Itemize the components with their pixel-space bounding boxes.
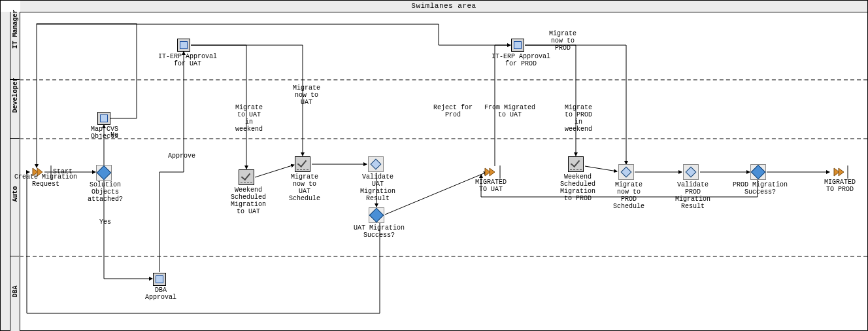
mig-uat-weekend-label: Migrate to UAT in weekend: [231, 104, 267, 133]
gateway-uat-success: [369, 207, 384, 223]
lane-auto: Auto: [10, 138, 20, 256]
lane-stub: [1, 12, 10, 330]
solution-objects-label: Solution Objects attached?: [86, 181, 125, 203]
iterp-uat-label: IT-ERP Approval for UAT: [155, 53, 220, 67]
lane-divider: [20, 256, 867, 257]
prod-success-label: PROD Migration Success?: [727, 181, 793, 196]
weekend-prod-label: Weekend Scheduled Migration to PROD: [555, 173, 601, 202]
gateway-solution-objects: [96, 165, 112, 181]
lane-label: DBA: [12, 288, 19, 298]
uat-success-label: UAT Migration Success?: [350, 224, 409, 239]
lane-it-manager: IT Manager: [10, 12, 20, 79]
validate-prod-label: Validate PROD Migration Result: [671, 181, 714, 210]
task-dba-approval: [153, 273, 166, 286]
task-validate-prod: [683, 164, 699, 180]
create-request-label: Create Migration Request: [10, 173, 82, 188]
diagram-title: Swimlanes area: [20, 1, 867, 12]
migrated-uat-label: MIGRATED TO UAT: [473, 179, 509, 193]
mig-prod-weekend-label: Migrate to PROD in weekend: [559, 104, 598, 133]
migrated-prod-label: MIGRATED TO PROD: [822, 179, 858, 193]
task-iterp-prod: [511, 39, 524, 52]
migrate-now-prod-label: Migrate now to PROD Schedule: [607, 181, 650, 210]
lane-divider: [20, 138, 867, 139]
mig-now-prod-top-label: Migrate now to PROD: [544, 30, 581, 52]
mig-now-uat-label: Migrate now to UAT: [288, 84, 325, 106]
reject-prod-label: Reject for Prod: [428, 104, 478, 118]
validate-uat-label: Validate UAT Migration Result: [356, 173, 399, 202]
task-weekend-uat: [239, 169, 254, 185]
task-map-cvs: [97, 112, 110, 125]
lane-label: Auto: [12, 193, 19, 202]
lane-divider: [20, 79, 867, 80]
no-label: No: [110, 131, 118, 139]
task-validate-uat: [368, 156, 384, 172]
end-migrated-prod: [831, 167, 850, 177]
gateway-prod-success: [750, 164, 766, 180]
swimlane-diagram: Swimlanes area IT Manager Developer Auto…: [0, 0, 868, 331]
from-migrated-label: From Migrated to UAT: [480, 104, 539, 118]
approve-label: Approve: [168, 152, 195, 160]
dba-approval-label: DBA Approval: [143, 287, 178, 301]
milestone-migrated-uat: [482, 167, 501, 177]
task-migrate-now-uat: [295, 156, 310, 172]
lane-dba: DBA: [10, 256, 20, 331]
migrate-now-uat-label: Migrate now to UAT Schedule: [283, 173, 326, 202]
iterp-prod-label: IT-ERP Approval for PROD: [488, 53, 554, 67]
milestone-icon: [484, 167, 499, 177]
svg-line-5: [585, 166, 617, 171]
task-weekend-prod: [568, 156, 584, 172]
lane-developer: Developer: [10, 79, 20, 139]
lane-label: Developer: [12, 104, 19, 113]
yes-label: Yes: [99, 218, 111, 226]
task-iterp-uat: [177, 39, 190, 52]
task-migrate-now-prod: [618, 164, 634, 180]
connectors: [1, 1, 868, 331]
lane-label: IT Manager: [12, 40, 19, 49]
weekend-uat-label: Weekend Scheduled Migration to UAT: [225, 186, 271, 215]
end-icon: [833, 167, 848, 177]
